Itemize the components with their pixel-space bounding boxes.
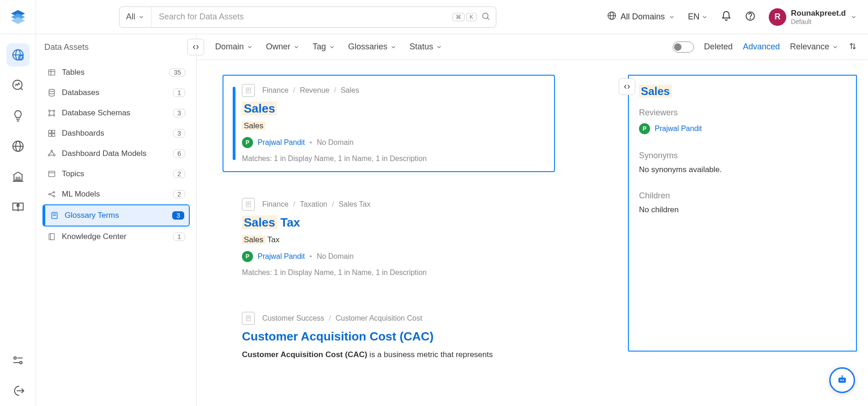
svg-line-43 (49, 152, 52, 155)
filter-status[interactable]: Status (410, 42, 442, 52)
owner-link[interactable]: Prajwal Pandit (258, 252, 305, 261)
sidebar-item-count: 3 (173, 129, 185, 137)
rail-insights[interactable] (6, 104, 30, 127)
sidebar-item-label: Database Schemas (62, 108, 130, 118)
svg-point-31 (53, 114, 54, 116)
sidebar-item-dashboards[interactable]: Dashboards3 (42, 123, 190, 143)
result-matches: Matches: 1 in Display Name, 1 in Name, 1… (242, 155, 542, 163)
glossary-icon (242, 312, 255, 325)
search-scope-dropdown[interactable]: All (120, 7, 151, 27)
user-avatar: R (769, 8, 786, 26)
notifications-button[interactable] (721, 11, 732, 23)
sidebar-item-count: 2 (173, 170, 185, 178)
svg-line-44 (52, 152, 54, 155)
collapse-sidebar-button[interactable] (187, 39, 204, 55)
collapse-detail-button[interactable] (619, 78, 635, 95)
owner-avatar: P (242, 251, 253, 262)
sidebar-item-topics[interactable]: Topics2 (42, 164, 190, 184)
language-label: EN (688, 12, 699, 22)
sidebar-item-schemas[interactable]: Database Schemas3 (42, 103, 190, 123)
sidebar-item-databases[interactable]: Databases1 (42, 83, 190, 103)
svg-point-40 (51, 150, 52, 152)
synonyms-value: No synonyms available. (639, 165, 846, 174)
section-synonyms: Synonyms (639, 151, 846, 161)
result-title[interactable]: Customer Acquisition Cost (CAC) (242, 329, 597, 344)
sidebar-item-label: Knowledge Center (62, 232, 127, 241)
svg-point-41 (48, 155, 50, 156)
detail-title: Sales (639, 85, 846, 98)
rail-settings[interactable] (6, 349, 30, 372)
svg-point-17 (14, 357, 16, 359)
svg-rect-36 (48, 130, 51, 133)
result-title[interactable]: Sales Tax (242, 215, 597, 230)
sidebar-item-label: Tables (62, 68, 84, 77)
chevron-down-icon (701, 14, 708, 20)
svg-rect-38 (48, 134, 51, 137)
svg-point-42 (54, 155, 55, 156)
svg-rect-56 (49, 233, 54, 239)
sidebar-item-mlmodels[interactable]: ML Models2 (42, 184, 190, 204)
sidebar-item-count: 6 (173, 149, 185, 158)
svg-line-52 (50, 194, 54, 196)
user-role: Default (791, 18, 846, 25)
sidebar-item-label: Glossary Terms (65, 211, 119, 220)
sidebar-item-label: Dashboards (62, 129, 104, 138)
svg-point-49 (53, 191, 54, 193)
result-domain: No Domain (317, 252, 354, 261)
results-list: Finance/ Revenue/ Sales Sales Sales P Pr… (197, 34, 628, 406)
section-children: Children (639, 191, 846, 201)
rail-explore[interactable] (6, 43, 30, 66)
domain-selector[interactable]: All Domains (607, 11, 675, 23)
result-title[interactable]: Sales (242, 102, 542, 116)
user-menu[interactable]: R Rounakpreet.d Default (769, 8, 857, 26)
rail-observability[interactable] (6, 74, 30, 97)
filter-owner[interactable]: Owner (266, 42, 300, 52)
children-value: No children (639, 205, 846, 215)
sidebar-item-label: Dashboard Data Models (62, 149, 146, 158)
sidebar-item-count: 1 (173, 233, 185, 241)
data-assets-sidebar: Data Assets Tables35 Databases1 Database… (36, 34, 197, 406)
domain-label: All Domains (621, 12, 665, 22)
section-reviewers: Reviewers (639, 108, 846, 118)
sidebar-item-tables[interactable]: Tables35 (42, 62, 190, 83)
breadcrumb: Customer Success/ Customer Acquisition C… (242, 312, 597, 325)
sidebar-item-knowledge[interactable]: Knowledge Center1 (42, 227, 190, 247)
reviewer-link[interactable]: Prajwal Pandit (655, 125, 702, 133)
search-icon[interactable] (481, 12, 490, 22)
app-logo[interactable] (0, 0, 36, 34)
result-subtitle: Sales (242, 121, 542, 131)
svg-point-30 (48, 114, 50, 116)
chatbot-button[interactable] (829, 367, 855, 393)
rail-knowledge[interactable] (6, 196, 30, 219)
rail-domains[interactable] (6, 135, 30, 158)
rail-logout[interactable] (6, 379, 30, 402)
help-button[interactable] (745, 11, 756, 23)
detail-panel: Sales Reviewers P Prajwal Pandit Synonym… (628, 34, 868, 406)
result-card[interactable]: Customer Success/ Customer Acquisition C… (223, 303, 609, 369)
sidebar-item-datamodels[interactable]: Dashboard Data Models6 (42, 143, 190, 164)
result-matches: Matches: 1 in Display Name, 1 in Name, 1… (242, 269, 597, 277)
svg-rect-64 (246, 202, 250, 207)
sidebar-title: Data Assets (42, 42, 190, 52)
filter-tag[interactable]: Tag (313, 42, 335, 52)
filter-glossaries[interactable]: Glossaries (348, 42, 397, 52)
sidebar-item-glossary[interactable]: Glossary Terms3 (42, 204, 190, 227)
owner-avatar: P (242, 137, 253, 148)
sidebar-item-count: 3 (173, 109, 185, 117)
svg-rect-68 (246, 316, 250, 321)
search-input[interactable] (151, 7, 447, 27)
result-card[interactable]: Finance/ Revenue/ Sales Sales Sales P Pr… (223, 75, 555, 172)
svg-point-73 (840, 379, 842, 381)
svg-point-27 (49, 90, 54, 92)
rail-governance[interactable] (6, 165, 30, 188)
svg-line-51 (50, 192, 54, 194)
filter-domain[interactable]: Domain (215, 42, 253, 52)
search-shortcut: ⌘ K (452, 13, 476, 21)
svg-rect-46 (48, 171, 54, 177)
result-card[interactable]: Finance/ Taxation/ Sales Tax Sales Tax S… (223, 189, 609, 286)
owner-link[interactable]: Prajwal Pandit (258, 138, 305, 147)
search-scope-label: All (126, 12, 135, 22)
svg-point-74 (843, 379, 844, 381)
language-selector[interactable]: EN (688, 12, 708, 22)
svg-rect-60 (246, 88, 250, 93)
